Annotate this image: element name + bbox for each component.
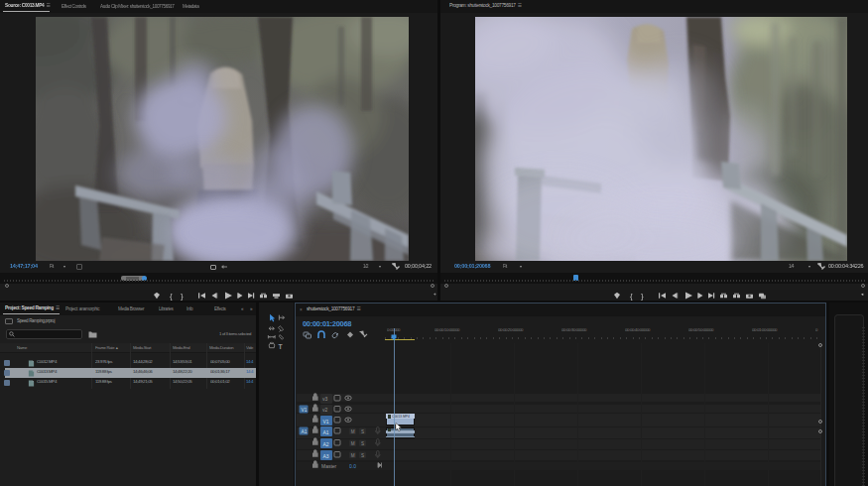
svg-text:A2: A2 xyxy=(323,441,329,447)
svg-text:v2: v2 xyxy=(322,407,328,413)
svg-text:v3: v3 xyxy=(322,396,328,402)
svg-text:{: { xyxy=(630,292,633,301)
svg-text:Master: Master xyxy=(321,463,337,469)
svg-text:{: { xyxy=(170,292,173,301)
svg-text:T: T xyxy=(279,343,284,350)
svg-text:S: S xyxy=(361,429,364,434)
svg-text:M: M xyxy=(351,441,355,446)
svg-text:A1: A1 xyxy=(323,429,329,435)
svg-text:V1: V1 xyxy=(323,419,329,425)
svg-text:M: M xyxy=(351,453,355,458)
svg-text:0.0: 0.0 xyxy=(349,463,356,469)
svg-text:S: S xyxy=(361,441,364,446)
svg-text:V1: V1 xyxy=(302,408,308,413)
svg-text:A3: A3 xyxy=(323,453,329,459)
svg-text:A1: A1 xyxy=(302,429,308,434)
svg-text:}: } xyxy=(181,292,184,301)
svg-text:M: M xyxy=(351,429,355,434)
svg-text:}: } xyxy=(641,292,644,301)
svg-text:S: S xyxy=(361,453,364,458)
